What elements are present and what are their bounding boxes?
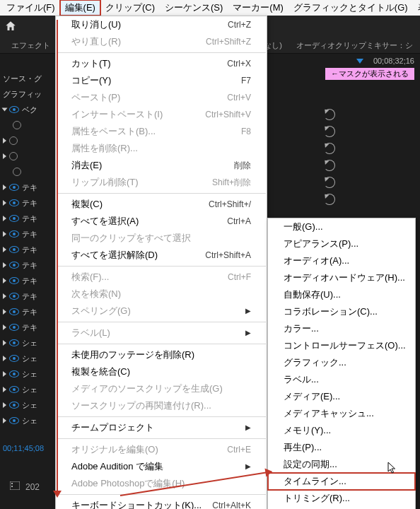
eye-icon[interactable]	[9, 184, 19, 191]
eye-icon[interactable]	[9, 246, 19, 253]
preferences-menu-item[interactable]: メディアキャッシュ...	[268, 405, 415, 422]
eye-icon[interactable]	[9, 324, 19, 331]
chevron-right-icon[interactable]	[3, 262, 6, 268]
layer-item[interactable]: テキ	[0, 288, 55, 304]
menu-marker[interactable]: マーカー(M)	[228, 0, 288, 16]
preferences-menu-item[interactable]: グラフィック...	[268, 354, 415, 371]
layer-item[interactable]: テキ	[0, 273, 55, 288]
layer-item[interactable]: テキ	[0, 195, 55, 211]
tab-effects[interactable]: エフェクト	[4, 38, 57, 53]
edit-menu-item[interactable]: 消去(E)削除	[56, 157, 267, 174]
undo-icon[interactable]	[324, 126, 335, 137]
eye-icon[interactable]	[9, 199, 19, 206]
layer-item[interactable]: テキ	[0, 304, 55, 320]
eye-icon[interactable]	[9, 308, 19, 315]
eye-icon[interactable]	[9, 262, 19, 269]
edit-menu-item[interactable]: カット(T)Ctrl+X	[56, 55, 267, 72]
undo-icon[interactable]	[324, 177, 335, 188]
edit-menu-item[interactable]: Adobe Audition で編集▶	[56, 458, 267, 475]
layer-item[interactable]: テキ	[0, 242, 55, 257]
stopwatch-icon[interactable]	[13, 121, 21, 129]
preferences-menu-item[interactable]: カラー...	[268, 320, 415, 337]
edit-menu-item[interactable]: 複製(C)Ctrl+Shift+/	[56, 196, 267, 213]
sequence-timecode[interactable]: 00;11;45;08	[3, 444, 44, 452]
stopwatch-icon[interactable]	[13, 168, 21, 176]
eye-icon[interactable]	[9, 293, 19, 300]
vector-row[interactable]: ベク	[0, 102, 55, 117]
edit-menu-item[interactable]: キーボードショートカット(K)...Ctrl+Alt+K	[56, 497, 267, 509]
eye-icon[interactable]	[9, 230, 19, 238]
preferences-menu-item[interactable]: 一般(G)...	[268, 218, 415, 235]
eye-icon[interactable]	[9, 386, 19, 393]
edit-menu-item[interactable]: 未使用のフッテージを削除(R)	[56, 346, 267, 363]
eye-icon[interactable]	[9, 106, 19, 113]
menu-clip[interactable]: クリップ(C)	[100, 0, 160, 16]
layer-item[interactable]: テキ	[0, 211, 55, 226]
chevron-right-icon[interactable]	[3, 153, 6, 159]
eye-icon[interactable]	[9, 402, 19, 409]
preferences-menu-item[interactable]: オーディオ(A)...	[268, 252, 415, 269]
stopwatch-row[interactable]	[0, 133, 55, 148]
preferences-menu-item[interactable]: コントロールサーフェス(O)...	[268, 337, 415, 354]
edit-menu-item[interactable]: チームプロジェクト▶	[56, 419, 267, 436]
layer-item[interactable]: シェ	[0, 397, 55, 413]
chevron-right-icon[interactable]	[3, 247, 6, 252]
panel-label-audio-mixer[interactable]: オーディオクリップミキサー：シ	[289, 38, 420, 53]
preferences-menu-item[interactable]: 再生(P)...	[268, 439, 415, 456]
chevron-right-icon[interactable]	[3, 371, 6, 377]
chevron-right-icon[interactable]	[3, 278, 6, 283]
menu-edit[interactable]: 編集(E)	[60, 0, 100, 16]
chevron-right-icon[interactable]	[3, 356, 6, 361]
edit-menu-item[interactable]: すべてを選択(A)Ctrl+A	[56, 213, 267, 230]
eye-icon[interactable]	[9, 277, 19, 284]
chevron-right-icon[interactable]	[3, 200, 6, 206]
timecode-display[interactable]: 00;08;32;16	[373, 57, 414, 65]
stopwatch-row[interactable]	[0, 117, 55, 133]
layer-item[interactable]: シェ	[0, 351, 55, 366]
layer-item[interactable]: シェ	[0, 382, 55, 397]
stopwatch-icon[interactable]	[9, 136, 18, 145]
home-icon[interactable]	[4, 20, 17, 35]
layer-item[interactable]: シェ	[0, 366, 55, 382]
edit-menu-item[interactable]: すべてを選択解除(D)Ctrl+Shift+A	[56, 247, 267, 264]
preferences-menu-item[interactable]: ラベル...	[268, 371, 415, 388]
preferences-menu-item[interactable]: トリミング(R)...	[268, 490, 415, 507]
preferences-menu-item[interactable]: 自動保存(U)...	[268, 286, 415, 303]
preferences-menu-item[interactable]: オーディオハードウェア(H)...	[268, 269, 415, 286]
chevron-right-icon[interactable]	[3, 340, 6, 346]
preferences-menu-item[interactable]: コラボレーション(C)...	[268, 303, 415, 320]
layer-item[interactable]: テキ	[0, 180, 55, 195]
eye-icon[interactable]	[9, 370, 19, 378]
media-browser-icon[interactable]	[10, 481, 20, 492]
stopwatch-row[interactable]	[0, 164, 55, 180]
undo-icon[interactable]	[324, 143, 335, 154]
chevron-right-icon[interactable]	[3, 138, 6, 144]
preferences-menu-item[interactable]: メディア(E)...	[268, 388, 415, 405]
stopwatch-icon[interactable]	[9, 152, 18, 160]
chevron-right-icon[interactable]	[3, 387, 6, 392]
chevron-right-icon[interactable]	[3, 216, 6, 221]
chevron-right-icon[interactable]	[3, 185, 6, 190]
edit-menu-item[interactable]: 複製を統合(C)	[56, 363, 267, 380]
edit-menu-item[interactable]: 取り消し(U)Ctrl+Z	[56, 16, 267, 33]
eye-icon[interactable]	[9, 355, 19, 362]
menu-view[interactable]: 表示(V)	[413, 0, 420, 16]
edit-menu-item[interactable]: コピー(Y)F7	[56, 72, 267, 89]
menu-sequence[interactable]: シーケンス(S)	[160, 0, 228, 16]
chevron-right-icon[interactable]	[3, 293, 6, 299]
preferences-menu-item[interactable]: アピアランス(P)...	[268, 235, 415, 252]
stopwatch-row[interactable]	[0, 148, 55, 164]
preferences-menu-item[interactable]: タイムライン...	[268, 473, 415, 490]
undo-icon[interactable]	[324, 109, 335, 120]
layer-item[interactable]: テキ	[0, 257, 55, 273]
chevron-right-icon[interactable]	[3, 418, 6, 423]
chevron-right-icon[interactable]	[3, 324, 6, 330]
chevron-right-icon[interactable]	[3, 309, 6, 315]
layer-item[interactable]: シェ	[0, 413, 55, 428]
layer-item[interactable]: シェ	[0, 335, 55, 351]
chevron-right-icon[interactable]	[3, 402, 6, 408]
preferences-menu-item[interactable]: メモリ(Y)...	[268, 422, 415, 439]
menu-graphics-title[interactable]: グラフィックとタイトル(G)	[288, 0, 413, 16]
eye-icon[interactable]	[9, 339, 19, 346]
layer-item[interactable]: テキ	[0, 226, 55, 242]
